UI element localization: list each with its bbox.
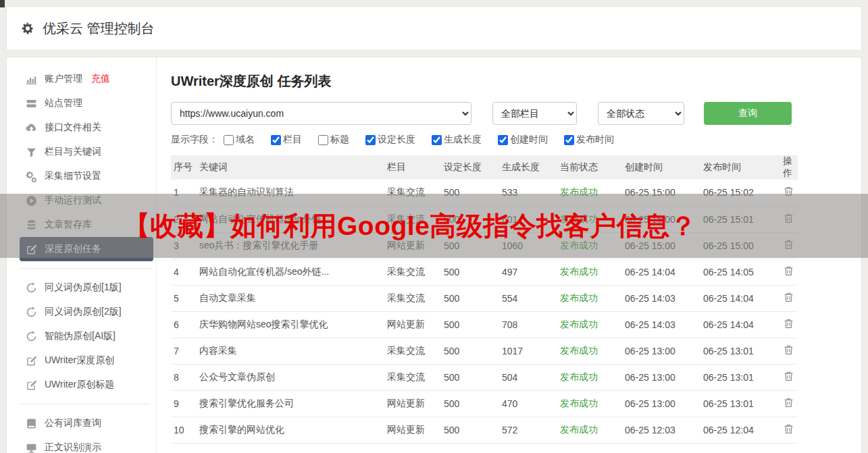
created-time-cell: 06-25 13:00: [622, 338, 700, 364]
column-cell: 采集交流: [384, 259, 441, 285]
column-select[interactable]: 全部栏目: [492, 102, 577, 125]
sidebar-item-uwriter-original-title[interactable]: UWriter原创标题: [20, 373, 153, 397]
sidebar-item-synonym-rewrite-v2[interactable]: 同义词伪原创[2版]: [20, 300, 153, 324]
checkbox-column[interactable]: [271, 135, 281, 145]
delete-button[interactable]: [783, 344, 794, 358]
delete-button[interactable]: [783, 423, 794, 437]
set-length-cell: 500: [441, 180, 499, 206]
sidebar-item-synonym-rewrite-v1[interactable]: 同义词伪原创[1版]: [20, 275, 153, 300]
table-row: 4网站自动化宣传机器/seo外链...采集交流500497发布成功06-25 1…: [171, 259, 798, 285]
set-length-cell: 500: [441, 417, 499, 443]
monitor-icon: [26, 442, 37, 453]
delete-button[interactable]: [783, 213, 794, 226]
checkbox-gen-length[interactable]: [432, 135, 442, 145]
action-cell: [780, 364, 798, 390]
site-select[interactable]: https://www.ucaiyun.com: [171, 102, 471, 125]
checkbox-title[interactable]: [318, 135, 328, 145]
sidebar-item-content-recognition-demo[interactable]: 正文识别演示: [20, 435, 153, 453]
column-header: 操作: [780, 155, 798, 180]
checkbox-published-time[interactable]: [564, 135, 574, 145]
sidebar-item-interface-files[interactable]: 接口文件相关: [20, 115, 153, 140]
column-header: 发布时间: [700, 155, 780, 180]
sidebar-item-public-thesaurus-query[interactable]: 公有词库查询: [20, 411, 153, 435]
refresh-icon: [26, 282, 37, 294]
delete-button[interactable]: [783, 397, 794, 410]
table-row: 9搜索引擎优化服务公司网站更新500470发布成功06-25 13:0006-2…: [171, 390, 798, 417]
sidebar-item-label: 采集细节设置: [45, 170, 101, 182]
field-checkbox-domain[interactable]: 域名: [224, 134, 255, 146]
field-checkbox-label: 设定长度: [378, 134, 415, 146]
gen-length-cell: 504: [499, 364, 557, 390]
delete-button[interactable]: [783, 318, 794, 331]
set-length-cell: 500: [441, 232, 499, 259]
column-header: 设定长度: [441, 155, 499, 180]
row-index: 7: [171, 338, 197, 364]
status-select[interactable]: 全部状态: [598, 102, 684, 125]
sidebar-item-label: 手动运行测试: [45, 194, 101, 207]
refresh-icon: [26, 307, 37, 318]
row-index: 2: [171, 206, 197, 232]
column-cell: 网站更新: [384, 311, 441, 338]
sidebar-item-label: 同义词伪原创[1版]: [45, 282, 122, 294]
table-row: 2网站自动化宣传机器/seo外链...采集交流500601发布成功06-25 1…: [171, 206, 798, 232]
delete-button[interactable]: [783, 265, 794, 279]
sidebar-item-uwriter-deep-original[interactable]: UWriter深度原创: [20, 348, 153, 373]
delete-button[interactable]: [783, 239, 794, 252]
sidebar-item-label: 站点管理: [45, 97, 82, 109]
sidebar-item-article-buffer[interactable]: 文章暂存库: [20, 213, 153, 237]
status-cell: 发布成功: [557, 285, 622, 311]
checkbox-set-length[interactable]: [365, 135, 376, 145]
set-length-cell: 500: [441, 311, 499, 338]
table-row: 10搜索引擎的网站优化网站更新500572发布成功06-25 12:0306-2…: [171, 417, 798, 443]
status-cell: 发布成功: [557, 390, 622, 417]
play-icon: [26, 195, 37, 207]
content-card: 账户管理充值站点管理接口文件相关栏目与关键词采集细节设置手动运行测试文章暂存库深…: [6, 57, 862, 453]
set-length-cell: 500: [441, 259, 499, 285]
sidebar-item-columns-keywords[interactable]: 栏目与关键词: [20, 140, 153, 164]
app-header: 优采云 管理控制台: [6, 6, 862, 51]
sidebar-item-collect-settings[interactable]: 采集细节设置: [20, 164, 153, 188]
gen-length-cell: 497: [499, 259, 557, 285]
column-cell: 采集交流: [384, 364, 441, 390]
sidebar-item-label: 深度原创任务: [45, 243, 101, 255]
delete-button[interactable]: [783, 371, 794, 384]
field-checkbox-gen-length[interactable]: 生成长度: [432, 134, 482, 146]
trash-icon: [783, 213, 794, 226]
published-time-cell: 06-25 12:04: [700, 417, 780, 443]
table-row: 6庆华购物网站seo搜索引擎优化网站更新500708发布成功06-25 14:0…: [171, 311, 798, 338]
recharge-badge[interactable]: 充值: [91, 73, 110, 85]
sidebar-item-account-management[interactable]: 账户管理充值: [20, 67, 153, 91]
created-time-cell: 06-25 13:00: [622, 390, 700, 417]
published-time-cell: 06-25 14:04: [700, 311, 780, 338]
sidebar-item-deep-original-tasks[interactable]: 深度原创任务: [20, 237, 153, 261]
created-time-cell: 06-25 15:00: [622, 206, 700, 232]
trash-icon: [783, 344, 794, 358]
trash-icon: [783, 423, 794, 437]
field-checkbox-column[interactable]: 栏目: [271, 134, 302, 146]
published-time-cell: 06-25 13:01: [700, 338, 780, 364]
action-cell: [780, 206, 798, 232]
delete-button[interactable]: [783, 292, 794, 305]
sidebar-item-manual-run-test[interactable]: 手动运行测试: [20, 188, 153, 213]
column-cell: 网站更新: [384, 232, 441, 259]
field-checkbox-title[interactable]: 标题: [318, 134, 349, 146]
sidebar-item-ai-rewrite[interactable]: 智能伪原创[AI版]: [20, 324, 153, 348]
field-checkbox-published-time[interactable]: 发布时间: [564, 134, 614, 146]
set-length-cell: 500: [441, 390, 499, 417]
keyword-cell: 采集器的自动识别算法: [197, 180, 384, 206]
set-length-cell: 500: [441, 285, 499, 311]
field-checkbox-set-length[interactable]: 设定长度: [365, 134, 415, 146]
gen-length-cell: 1060: [499, 232, 557, 259]
delete-button[interactable]: [783, 186, 794, 199]
row-index: 10: [171, 417, 197, 443]
field-checkbox-created-time[interactable]: 创建时间: [498, 134, 548, 146]
action-cell: [780, 311, 798, 338]
sidebar-item-site-management[interactable]: 站点管理: [20, 91, 153, 115]
status-cell: 发布成功: [557, 232, 622, 259]
action-cell: [780, 338, 798, 364]
gen-length-cell: 601: [499, 206, 557, 232]
checkbox-created-time[interactable]: [498, 135, 508, 145]
column-cell: 网站更新: [384, 390, 441, 417]
checkbox-domain[interactable]: [224, 135, 234, 145]
query-button[interactable]: 查询: [704, 102, 792, 125]
